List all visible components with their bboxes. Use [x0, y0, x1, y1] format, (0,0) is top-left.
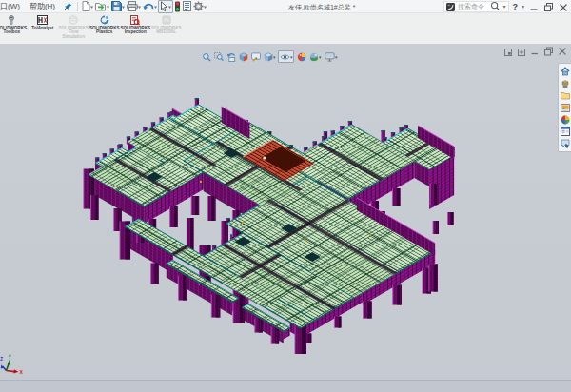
headsup-view-toolbar: ▾▾▾▾: [201, 50, 338, 63]
dropdown-arrow-icon[interactable]: ▾: [122, 4, 125, 10]
menu-window[interactable]: 窗口(W): [0, 1, 25, 11]
dropdown-arrow-icon[interactable]: ▾: [290, 54, 293, 60]
document-title: 友佳.欧尚名城1#总装 *: [288, 3, 355, 12]
document-window-controls: [502, 47, 569, 56]
triad-y-axis: Y: [7, 355, 11, 371]
open-button[interactable]: ▾: [94, 1, 110, 12]
mbd-snl-icon: [162, 15, 171, 25]
new-document-button[interactable]: ▾: [81, 1, 94, 12]
graphics-viewport[interactable]: ▾▾▾▾ Z Y X: [0, 44, 571, 380]
titlebar-right-controls: ▾ ? ▾: [490, 0, 570, 12]
search-icon[interactable]: [490, 1, 501, 11]
restore-button[interactable]: [541, 0, 556, 12]
print-button[interactable]: ▾: [126, 1, 142, 12]
search-placeholder: 搜索命令: [458, 2, 484, 11]
doc-minimize-button[interactable]: [528, 47, 541, 56]
assembly-3d-model[interactable]: [0, 44, 571, 380]
dynamic-annotation-button[interactable]: [250, 51, 261, 62]
addin-tab-label: SOLIDWORKS Flow Simulation: [58, 27, 89, 41]
addin-tab-label: SOLIDWORKS Inspection: [120, 27, 150, 36]
display-style-button[interactable]: ▾: [263, 51, 276, 62]
dropdown-arrow-icon[interactable]: ▾: [335, 54, 338, 60]
rebuild-button[interactable]: [173, 1, 182, 12]
search-dropdown-icon[interactable]: ▾: [501, 3, 507, 10]
dropdown-arrow-icon[interactable]: ▾: [107, 4, 109, 10]
select-button[interactable]: ▾: [158, 0, 173, 13]
status-bar: [0, 380, 571, 392]
solidworks-logo-icon: [446, 3, 455, 11]
options-button[interactable]: ▾: [192, 1, 207, 12]
addins-toolbar: SOLIDWORKS ToolboxTolAnalystSOLIDWORKS F…: [0, 13, 571, 44]
forum-tab[interactable]: [560, 138, 571, 150]
doc-restore-button[interactable]: [541, 47, 556, 56]
apply-scene-button[interactable]: ▾: [308, 51, 322, 62]
task-pane-tabs: [558, 63, 571, 152]
inspection-icon: [130, 15, 140, 25]
dropdown-arrow-icon[interactable]: ▾: [154, 4, 157, 10]
zoom-to-area-button[interactable]: [213, 51, 224, 62]
triad-x-axis: X: [7, 369, 24, 375]
title-bar: 窗口(W) 帮助(H) ▾▾▾▾▾▾▾ 友佳.欧尚名城1#总装 * 搜索命令 ▾…: [0, 0, 571, 13]
file-properties-button[interactable]: [182, 1, 192, 12]
flow-sim-icon: [69, 15, 78, 25]
origin-triad: Z Y X: [0, 350, 34, 380]
addin-tab-tolanalyst[interactable]: TolAnalyst: [28, 13, 59, 44]
toolbar-separator: [77, 2, 78, 11]
addin-tab-label: SOLIDWORKS Plastics: [89, 27, 120, 36]
addin-tab-solidworks-plastics[interactable]: SOLIDWORKS Plastics: [89, 13, 121, 44]
svg-text:Y: Y: [9, 355, 11, 360]
addin-tab-solidworks-toolbox[interactable]: SOLIDWORKS Toolbox: [0, 13, 28, 44]
toolbox-icon: [7, 15, 16, 25]
triad-z-axis: Z: [0, 357, 6, 371]
design-library-tab[interactable]: [560, 78, 571, 90]
minimize-button[interactable]: [526, 0, 541, 12]
doc-window-icon-1[interactable]: [502, 47, 515, 56]
tolanalyst-icon: [37, 15, 48, 25]
addin-tab-label: SOLIDWORKS Toolbox: [0, 27, 27, 36]
pin-icon[interactable]: [64, 2, 72, 10]
zoom-to-fit-button[interactable]: [201, 51, 211, 62]
home-tab[interactable]: [560, 66, 571, 78]
plastics-icon: [100, 15, 109, 25]
help-button[interactable]: ?: [507, 2, 520, 11]
dropdown-arrow-icon[interactable]: ▾: [138, 4, 141, 10]
addin-tab-label: SOLIDWORKS MBD SNL: [151, 27, 182, 36]
menu-help[interactable]: 帮助(H): [25, 1, 60, 11]
addin-tab-solidworks-flow-simulation[interactable]: SOLIDWORKS Flow Simulation: [58, 13, 89, 44]
doc-window-icon-2[interactable]: [515, 47, 528, 56]
section-view-button[interactable]: [238, 51, 248, 62]
solidworks-window: { "app_name": "SOLIDWORKS", "title_bar":…: [0, 0, 571, 392]
svg-text:Z: Z: [0, 357, 3, 362]
edit-appearance-button[interactable]: [296, 51, 306, 62]
dropdown-arrow-icon[interactable]: ▾: [273, 54, 276, 60]
addin-tab-solidworks-inspection[interactable]: SOLIDWORKS Inspection: [120, 13, 151, 44]
appearances-tab[interactable]: [560, 113, 571, 126]
view-settings-button[interactable]: ▾: [324, 51, 338, 62]
dropdown-arrow-icon[interactable]: ▾: [168, 4, 171, 10]
dropdown-arrow-icon[interactable]: ▾: [204, 4, 207, 10]
dropdown-arrow-icon[interactable]: ▾: [90, 4, 93, 10]
dropdown-arrow-icon[interactable]: ▾: [319, 54, 322, 60]
addin-tab-solidworks-mbd-snl[interactable]: SOLIDWORKS MBD SNL: [151, 13, 183, 44]
close-button[interactable]: [556, 0, 570, 12]
previous-view-button[interactable]: [226, 51, 236, 62]
hide-show-items-button[interactable]: ▾: [278, 50, 294, 63]
help-dropdown-icon[interactable]: ▾: [520, 3, 526, 10]
save-button[interactable]: ▾: [110, 1, 126, 12]
svg-text:X: X: [20, 369, 24, 375]
undo-button[interactable]: ▾: [142, 1, 158, 12]
view-palette-tab[interactable]: [560, 102, 571, 114]
addin-tab-label: TolAnalyst: [31, 27, 53, 31]
doc-close-button[interactable]: [556, 47, 569, 56]
file-explorer-tab[interactable]: [560, 89, 571, 102]
custom-properties-tab[interactable]: [560, 126, 571, 138]
quick-access-toolbar: ▾▾▾▾▾▾▾: [81, 0, 207, 12]
